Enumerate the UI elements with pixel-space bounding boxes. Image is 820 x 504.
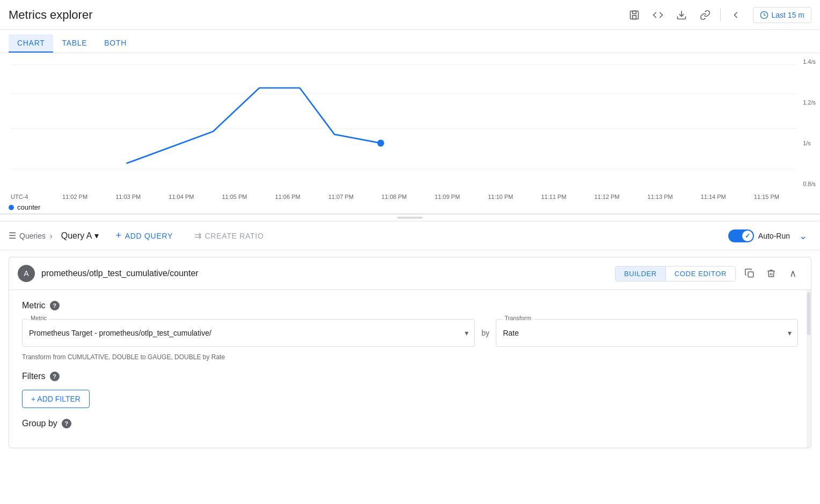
x-label-1111: 11:11 PM <box>527 194 580 200</box>
by-label: by <box>481 329 489 337</box>
tab-table[interactable]: TABLE <box>53 34 96 53</box>
create-ratio-label: CREATE RATIO <box>205 232 264 240</box>
utc-label: UTC-4 <box>11 194 48 200</box>
svg-rect-1 <box>632 11 636 13</box>
add-filter-button[interactable]: + ADD FILTER <box>22 390 90 408</box>
tab-chart[interactable]: CHART <box>9 34 53 53</box>
x-label-1112: 11:12 PM <box>580 194 633 200</box>
queries-text: Queries <box>19 232 46 240</box>
filters-help-icon[interactable]: ? <box>50 372 60 381</box>
builder-mode-button[interactable]: BUILDER <box>616 266 665 281</box>
y-label-4: 0.8/s <box>803 181 816 187</box>
toggle-check-icon: ✓ <box>745 232 750 240</box>
time-range-label: Last 15 m <box>772 11 804 19</box>
expand-icon: ∧ <box>789 268 796 279</box>
group-by-section: Group by ? <box>22 419 798 428</box>
metric-section-label: Metric ? <box>22 301 798 310</box>
x-label-1103: 11:03 PM <box>101 194 155 200</box>
duplicate-button[interactable] <box>740 264 759 283</box>
toggle-knob: ✓ <box>742 231 753 241</box>
group-by-help-icon[interactable]: ? <box>62 419 71 428</box>
y-label-1: 1.4/s <box>803 58 816 65</box>
page-title: Metrics explorer <box>9 8 92 22</box>
chevron-up-icon: ⌄ <box>799 230 807 242</box>
x-label-1102: 11:02 PM <box>48 194 101 200</box>
metric-field-label: Metric <box>28 315 49 321</box>
x-label-1109: 11:09 PM <box>421 194 474 200</box>
query-panel: A prometheus/otlp_test_cumulative/counte… <box>9 257 811 448</box>
scrollbar[interactable] <box>807 290 811 448</box>
legend-dot <box>9 205 14 210</box>
app-header: Metrics explorer Last 15 m <box>0 0 820 30</box>
chart-area: 1.4/s 1.2/s 1/s 0.8/s UTC-4 <box>0 53 820 214</box>
chart-svg <box>11 53 820 192</box>
metric-label-text: Metric <box>22 301 46 310</box>
back-icon-button[interactable] <box>725 4 746 26</box>
svg-rect-2 <box>632 15 636 19</box>
query-dropdown-icon: ▾ <box>94 231 99 241</box>
x-label-1107: 11:07 PM <box>314 194 368 200</box>
query-metric-name: prometheus/otlp_test_cumulative/counter <box>41 269 615 278</box>
query-bar: ☰ Queries › Query A ▾ + ADD QUERY ⇉ CREA… <box>0 221 820 250</box>
x-label-1114: 11:14 PM <box>687 194 740 200</box>
query-panel-header: A prometheus/otlp_test_cumulative/counte… <box>9 257 811 290</box>
drag-handle[interactable] <box>0 214 820 221</box>
x-label-1104: 11:04 PM <box>155 194 208 200</box>
x-label-1106: 11:06 PM <box>261 194 314 200</box>
x-label-1110: 11:10 PM <box>474 194 527 200</box>
query-body: Metric ? Metric Prometheus Target - prom… <box>9 290 811 448</box>
x-label-1108: 11:08 PM <box>368 194 421 200</box>
header-actions: Last 15 m <box>624 4 811 26</box>
queries-label: ☰ Queries <box>9 231 46 241</box>
auto-run-section: ✓ Auto-Run ⌄ <box>728 227 811 244</box>
metric-select[interactable]: Prometheus Target - prometheus/otlp_test… <box>22 319 475 347</box>
svg-rect-10 <box>748 272 753 277</box>
view-tabs: CHART TABLE BOTH <box>0 30 820 53</box>
x-axis: UTC-4 11:02 PM 11:03 PM 11:04 PM 11:05 P… <box>0 192 820 201</box>
chart-legend: counter <box>0 201 820 213</box>
code-icon-button[interactable] <box>647 4 669 26</box>
tab-both[interactable]: BOTH <box>96 34 135 53</box>
x-label-1105: 11:05 PM <box>208 194 261 200</box>
ratio-icon: ⇉ <box>194 231 202 241</box>
breadcrumb-chevron: › <box>50 232 53 240</box>
code-editor-mode-button[interactable]: CODE EDITOR <box>665 266 735 281</box>
group-by-label-text: Group by <box>22 419 57 428</box>
download-icon-button[interactable] <box>671 4 692 26</box>
transform-note: Transform from CUMULATIVE, DOUBLE to GAU… <box>22 353 798 361</box>
filters-label-text: Filters <box>22 372 46 381</box>
y-axis-labels: 1.4/s 1.2/s 1/s 0.8/s <box>803 58 816 187</box>
drag-handle-bar <box>397 217 423 219</box>
save-icon-button[interactable] <box>624 4 645 26</box>
add-query-button[interactable]: + ADD QUERY <box>107 227 182 244</box>
filters-section-label: Filters ? <box>22 372 798 381</box>
auto-run-toggle[interactable]: ✓ <box>728 229 754 242</box>
y-label-2: 1.2/s <box>803 99 816 106</box>
metric-help-icon[interactable]: ? <box>50 301 60 310</box>
active-query-label: Query A <box>61 231 92 241</box>
transform-select-wrapper: Transform Rate ▾ <box>496 319 798 347</box>
metric-row: Metric Prometheus Target - prometheus/ot… <box>22 319 798 347</box>
svg-point-9 <box>377 139 384 146</box>
group-by-label: Group by ? <box>22 419 798 428</box>
query-avatar: A <box>18 265 35 282</box>
delete-button[interactable] <box>762 264 781 283</box>
expand-button[interactable]: ∧ <box>783 264 802 283</box>
create-ratio-button[interactable]: ⇉ CREATE RATIO <box>186 227 272 244</box>
header-divider <box>720 9 721 21</box>
y-label-3: 1/s <box>803 140 816 146</box>
metric-select-wrapper: Metric Prometheus Target - prometheus/ot… <box>22 319 475 347</box>
query-mode-buttons: BUILDER CODE EDITOR <box>615 266 736 281</box>
collapse-button[interactable]: ⌄ <box>794 227 811 244</box>
query-selector[interactable]: Query A ▾ <box>57 228 103 243</box>
query-panel-actions: ∧ <box>740 264 802 283</box>
time-range-button[interactable]: Last 15 m <box>753 7 811 23</box>
link-icon-button[interactable] <box>694 4 716 26</box>
scrollbar-thumb <box>807 292 810 335</box>
filters-section: Filters ? + ADD FILTER <box>22 372 798 408</box>
x-label-1115: 11:15 PM <box>740 194 793 200</box>
queries-list-icon: ☰ <box>9 231 16 241</box>
add-filter-label: + ADD FILTER <box>31 395 80 403</box>
add-query-label: ADD QUERY <box>125 232 173 240</box>
transform-select[interactable]: Rate <box>496 319 798 347</box>
